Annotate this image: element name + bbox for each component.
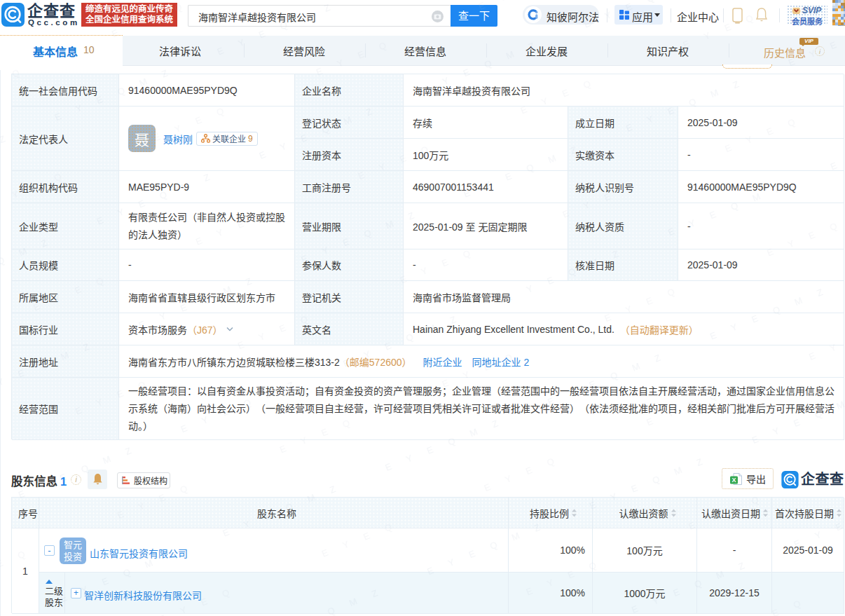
svg-text:X: X [731,477,736,484]
